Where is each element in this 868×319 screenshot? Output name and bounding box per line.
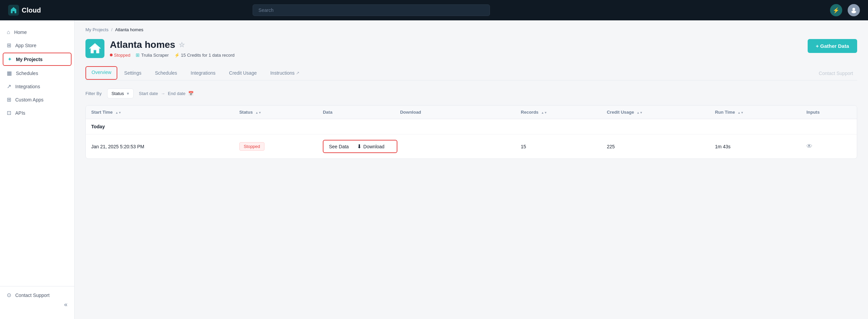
breadcrumb-separator: / <box>111 27 113 32</box>
svg-rect-4 <box>94 51 96 53</box>
see-data-button[interactable]: See Data <box>329 144 349 149</box>
app-store-icon: ⊞ <box>7 42 11 49</box>
col-credit-usage[interactable]: Credit Usage ▲▼ <box>601 106 710 119</box>
sidebar-nav: ⌂ Home ⊞ App Store ✦ My Projects ▦ Sched… <box>0 26 74 286</box>
col-run-time[interactable]: Run Time ▲▼ <box>710 106 801 119</box>
sort-icon: ▲▼ <box>737 111 744 114</box>
data-table: Start Time ▲▼ Status ▲▼ Data Download <box>86 106 857 158</box>
filter-by-label: Filter By <box>85 91 102 96</box>
scraper-icon: ⊞ <box>136 52 140 58</box>
avatar[interactable] <box>848 4 860 16</box>
sidebar-item-home[interactable]: ⌂ Home <box>0 26 74 39</box>
status-filter[interactable]: Status ▾ <box>107 89 134 98</box>
sidebar-item-label: Integrations <box>15 84 40 89</box>
data-download-highlight: See Data ⬇ Download <box>323 140 397 153</box>
tab-credit-usage[interactable]: Credit Usage <box>222 66 264 80</box>
data-table-container: Start Time ▲▼ Status ▲▼ Data Download <box>85 105 857 159</box>
cell-inputs: 👁 <box>801 134 857 159</box>
sidebar-item-integrations[interactable]: ↗ Integrations <box>0 80 74 93</box>
schedules-icon: ▦ <box>7 70 12 76</box>
search-bar[interactable] <box>253 4 490 16</box>
cell-run-time: 1m 43s <box>710 134 801 159</box>
project-icon <box>85 39 104 58</box>
home-icon: ⌂ <box>7 29 10 35</box>
date-arrow-icon: → <box>161 91 165 96</box>
gather-data-button[interactable]: + Gather Data <box>808 39 857 53</box>
project-left: Atlanta homes ☆ Stopped ⊞ Trulia Scraper <box>85 39 235 58</box>
tab-schedules[interactable]: Schedules <box>148 66 184 80</box>
credits-icon: ⚡ <box>174 53 180 58</box>
breadcrumb-parent[interactable]: My Projects <box>85 27 108 32</box>
sidebar-item-custom-apps[interactable]: ⊞ Custom Apps <box>0 93 74 106</box>
project-info: Atlanta homes ☆ Stopped ⊞ Trulia Scraper <box>110 39 235 58</box>
sidebar-item-app-store[interactable]: ⊞ App Store <box>0 39 74 52</box>
logo: Cloud <box>8 5 83 16</box>
support-icon: ⊙ <box>7 292 11 298</box>
cell-records: 15 <box>515 134 601 159</box>
col-data: Data <box>317 106 395 119</box>
topnav: Cloud ⚡ <box>0 0 868 20</box>
scraper-info: ⊞ Trulia Scraper <box>136 52 169 58</box>
tab-overview[interactable]: Overview <box>85 66 117 80</box>
external-link-icon: ↗ <box>296 71 299 75</box>
download-icon: ⬇ <box>357 143 361 150</box>
contact-support-sidebar[interactable]: ⊙ Contact Support <box>7 292 67 298</box>
sidebar-item-label: Custom Apps <box>15 97 43 102</box>
sidebar-item-my-projects[interactable]: ✦ My Projects <box>3 53 72 66</box>
sidebar-item-apis[interactable]: ⊡ APIs <box>0 106 74 119</box>
contact-support-link[interactable]: Contact Support <box>815 67 857 80</box>
tab-instructions[interactable]: Instructions ↗ <box>263 66 306 80</box>
col-records[interactable]: Records ▲▼ <box>515 106 601 119</box>
search-input[interactable] <box>253 4 490 16</box>
table-row: Jan 21, 2025 5:20:53 PM Stopped See Data… <box>86 134 857 159</box>
layout: ⌂ Home ⊞ App Store ✦ My Projects ▦ Sched… <box>0 0 868 319</box>
col-download: Download <box>395 106 515 119</box>
apis-icon: ⊡ <box>7 110 11 116</box>
project-meta: Stopped ⊞ Trulia Scraper ⚡ 15 Credits fo… <box>110 52 235 58</box>
col-status[interactable]: Status ▲▼ <box>234 106 318 119</box>
project-title: Atlanta homes ☆ <box>110 39 235 50</box>
collapse-icon: « <box>64 301 67 308</box>
favorite-star-icon[interactable]: ☆ <box>179 41 185 49</box>
sidebar-item-label: Home <box>14 30 27 35</box>
my-projects-icon: ✦ <box>7 56 12 62</box>
house-svg <box>89 42 101 55</box>
project-status: Stopped <box>110 53 130 58</box>
sidebar: ⌂ Home ⊞ App Store ✦ My Projects ▦ Sched… <box>0 20 75 319</box>
sort-icon: ▲▼ <box>115 111 121 114</box>
status-dot <box>110 54 113 56</box>
sort-icon: ▲▼ <box>541 111 547 114</box>
sidebar-item-label: My Projects <box>16 57 43 62</box>
tab-settings[interactable]: Settings <box>117 66 148 80</box>
tabs: Overview Settings Schedules Integrations… <box>85 66 857 80</box>
tabs-left: Overview Settings Schedules Integrations… <box>85 66 306 80</box>
credits-info: ⚡ 15 Credits for 1 data record <box>174 53 235 58</box>
main-content: My Projects / Atlanta homes Atlanta home… <box>75 20 868 319</box>
notifications-button[interactable]: ⚡ <box>830 4 842 16</box>
breadcrumb: My Projects / Atlanta homes <box>85 27 857 32</box>
section-label: Today <box>86 119 857 134</box>
sidebar-item-label: Schedules <box>16 71 38 76</box>
sidebar-item-label: App Store <box>15 43 36 48</box>
sidebar-item-label: APIs <box>15 110 25 116</box>
collapse-button[interactable]: « <box>7 301 67 308</box>
date-range: Start date → End date 📅 <box>139 91 194 96</box>
project-header: Atlanta homes ☆ Stopped ⊞ Trulia Scraper <box>85 39 857 58</box>
logo-icon <box>8 5 19 16</box>
end-date-label: End date <box>168 91 185 96</box>
tab-integrations[interactable]: Integrations <box>184 66 222 80</box>
start-date-label: Start date <box>139 91 158 96</box>
svg-point-1 <box>852 8 855 11</box>
sidebar-item-schedules[interactable]: ▦ Schedules <box>0 67 74 80</box>
calendar-icon[interactable]: 📅 <box>188 91 194 96</box>
cell-start-time: Jan 21, 2025 5:20:53 PM <box>86 134 234 159</box>
sort-icon: ▲▼ <box>637 111 643 114</box>
eye-icon[interactable]: 👁 <box>806 143 812 150</box>
col-start-time[interactable]: Start Time ▲▼ <box>86 106 234 119</box>
table-header: Start Time ▲▼ Status ▲▼ Data Download <box>86 106 857 119</box>
integrations-icon: ↗ <box>7 83 11 90</box>
download-button[interactable]: ⬇ Download <box>357 143 384 150</box>
sort-icon: ▲▼ <box>255 111 261 114</box>
filter-row: Filter By Status ▾ Start date → End date… <box>85 89 857 98</box>
svg-point-2 <box>851 11 856 13</box>
